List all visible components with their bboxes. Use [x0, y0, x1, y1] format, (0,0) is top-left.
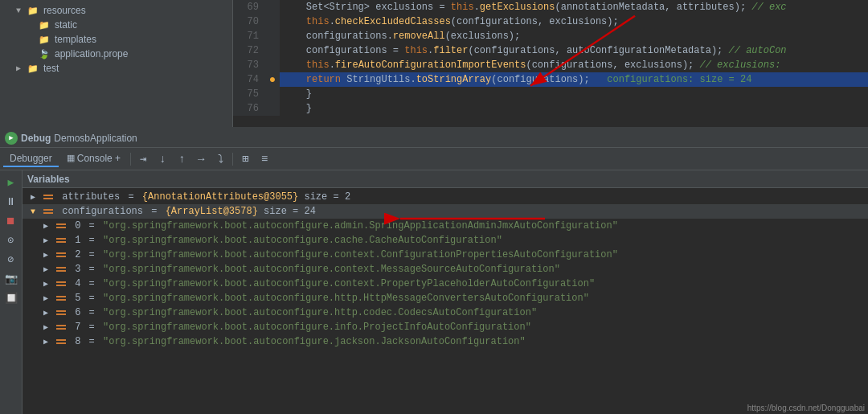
var-eq-configurations: =	[145, 206, 163, 217]
var-size-attributes: size = 2	[298, 191, 350, 203]
line-number-72: 72	[233, 43, 265, 58]
debug-toolbar: Debugger ▦ Console + ⇥ ↓ ↑ → ⤵ ⊞ ≡	[0, 148, 868, 170]
tb-step-out[interactable]: ↑	[173, 150, 190, 168]
var-eq-7: =	[83, 322, 100, 333]
var-expand-config-0[interactable]: ▶	[43, 221, 55, 231]
var-row-config-7[interactable]: ▶ 7 = "org.springframework.boot.autoconf…	[23, 320, 868, 334]
var-row-config-5[interactable]: ▶ 5 = "org.springframework.boot.autoconf…	[23, 291, 868, 305]
debug-section: ▶ Debug DemosbApplication Debugger ▦ Con…	[0, 129, 868, 414]
tb-step-over[interactable]: ⇥	[134, 150, 152, 168]
variables-panel: Variables ▶ attributes = {AnnotationAttr…	[23, 170, 868, 414]
ctrl-view-breakpoints[interactable]: ⊙	[2, 232, 20, 249]
ctrl-pause[interactable]: ⏸	[2, 193, 20, 211]
var-val-7: "org.springframework.boot.autoconfigure.…	[103, 322, 531, 333]
line-number-69: 69	[233, 0, 265, 14]
tb-step-into[interactable]: ↓	[154, 150, 171, 168]
var-expand-config-7[interactable]: ▶	[43, 322, 55, 332]
var-row-config-6[interactable]: ▶ 6 = "org.springframework.boot.autoconf…	[23, 305, 868, 320]
var-index-6: 6	[69, 307, 80, 318]
code-line-69: 69 Set<String> exclusions = this.getExcl…	[233, 0, 868, 14]
var-icon-config-6	[55, 307, 68, 318]
watermark: https://blog.csdn.net/Dongguabai	[747, 404, 865, 412]
line-content-73: this.fireAutoConfigurationImportEvents(c…	[280, 58, 868, 72]
var-expand-config-1[interactable]: ▶	[43, 236, 55, 245]
tb-threads[interactable]: ≡	[256, 150, 273, 168]
var-expand-config-8[interactable]: ▶	[43, 337, 55, 346]
folder-icon-test: 📁	[27, 64, 40, 73]
var-expand-configurations[interactable]: ▼	[31, 207, 42, 216]
tab-debugger[interactable]: Debugger	[3, 151, 59, 167]
tb-run-cursor[interactable]: →	[192, 150, 210, 168]
var-expand-config-4[interactable]: ▶	[43, 279, 55, 289]
var-val-8: "org.springframework.boot.autoconfigure.…	[103, 336, 526, 347]
tb-evaluate[interactable]: ⤵	[211, 150, 229, 168]
ctrl-mute-breakpoints[interactable]: ⊘	[2, 251, 20, 268]
var-row-attributes[interactable]: ▶ attributes = {AnnotationAttributes@305…	[23, 190, 868, 204]
line-content-71: configurations.removeAll(exclusions);	[280, 29, 868, 43]
console-tab-label: Console +	[77, 153, 121, 164]
var-eq-3: =	[83, 264, 100, 275]
tab-console[interactable]: ▦ Console +	[60, 151, 127, 167]
tree-arrow-test[interactable]: ▶	[16, 64, 27, 73]
line-content-69: Set<String> exclusions = this.getExclusi…	[280, 0, 868, 14]
var-eq-2: =	[83, 249, 100, 260]
line-gutter-76	[265, 101, 280, 116]
tree-item-templates[interactable]: 📁 templates	[0, 32, 232, 47]
code-line-72: 72 configurations = this.filter(configur…	[233, 43, 868, 58]
folder-icon-static: 📁	[39, 20, 51, 30]
var-name-configurations: configurations	[56, 206, 143, 217]
var-expand-config-6[interactable]: ▶	[43, 308, 55, 318]
var-row-configurations[interactable]: ▼ configurations = {ArrayList@3578} size…	[23, 204, 868, 219]
var-index-5: 5	[69, 293, 80, 304]
var-eq-5: =	[83, 293, 100, 304]
code-line-76: 76 }	[233, 101, 868, 116]
var-row-config-2[interactable]: ▶ 2 = "org.springframework.boot.autoconf…	[23, 248, 868, 262]
var-eq-4: =	[83, 278, 100, 289]
line-content-72: configurations = this.filter(configurati…	[280, 43, 868, 58]
line-number-71: 71	[233, 29, 265, 43]
var-val-0: "org.springframework.boot.autoconfigure.…	[103, 220, 618, 232]
line-number-76: 76	[233, 101, 265, 116]
var-row-config-8[interactable]: ▶ 8 = "org.springframework.boot.autoconf…	[23, 334, 868, 349]
var-row-config-0[interactable]: ▶ 0 = "org.springframework.boot.autoconf…	[23, 219, 868, 233]
variables-header: Variables	[23, 170, 868, 188]
tree-item-test[interactable]: ▶ 📁 test	[0, 61, 232, 76]
tree-label-resources: resources	[43, 5, 86, 16]
var-expand-config-5[interactable]: ▶	[43, 293, 55, 303]
var-icon-attributes	[42, 191, 55, 203]
line-gutter-70	[265, 14, 280, 29]
tree-arrow-application	[27, 50, 39, 59]
ctrl-camera[interactable]: 📷	[2, 270, 20, 288]
var-expand-config-3[interactable]: ▶	[43, 264, 55, 274]
ctrl-settings[interactable]: 🔲	[2, 289, 20, 307]
ctrl-resume[interactable]: ▶	[2, 174, 20, 191]
tree-item-static[interactable]: 📁 static	[0, 18, 232, 32]
var-row-config-4[interactable]: ▶ 4 = "org.springframework.boot.autoconf…	[23, 277, 868, 291]
var-index-3: 3	[69, 264, 80, 275]
tree-item-resources[interactable]: ▼ 📁 resources	[0, 3, 232, 18]
var-expand-attributes[interactable]: ▶	[31, 192, 42, 202]
var-icon-config-7	[55, 322, 68, 333]
var-expand-config-2[interactable]: ▶	[43, 250, 55, 260]
ctrl-stop[interactable]: ⏹	[2, 212, 20, 230]
debug-run-icon: ▶	[5, 132, 18, 145]
variables-header-label: Variables	[27, 174, 70, 185]
var-val-3: "org.springframework.boot.autoconfigure.…	[103, 264, 560, 275]
line-number-75: 75	[233, 87, 265, 101]
file-tree: ▼ 📁 resources 📁 static 📁 templates 🍃 app…	[0, 0, 233, 127]
tree-arrow-resources[interactable]: ▼	[16, 6, 27, 15]
var-name-attributes: attributes	[56, 191, 120, 203]
var-val-1: "org.springframework.boot.autoconfigure.…	[103, 235, 502, 246]
line-content-74: return StringUtils.toStringArray(configu…	[280, 72, 868, 87]
folder-icon-templates: 📁	[39, 35, 51, 44]
var-row-config-1[interactable]: ▶ 1 = "org.springframework.boot.autoconf…	[23, 233, 868, 248]
tb-frames[interactable]: ⊞	[236, 150, 254, 168]
var-index-8: 8	[69, 336, 80, 347]
toolbar-separator-1	[130, 153, 131, 166]
line-number-74: 74	[233, 72, 265, 87]
tree-label-static: static	[55, 19, 77, 31]
tree-item-application[interactable]: 🍃 application.prope	[0, 47, 232, 61]
debug-main: ▶ ⏸ ⏹ ⊙ ⊘ 📷 🔲 Variables ▶ attri	[0, 170, 868, 414]
var-row-config-3[interactable]: ▶ 3 = "org.springframework.boot.autoconf…	[23, 262, 868, 277]
line-gutter-73	[265, 58, 280, 72]
